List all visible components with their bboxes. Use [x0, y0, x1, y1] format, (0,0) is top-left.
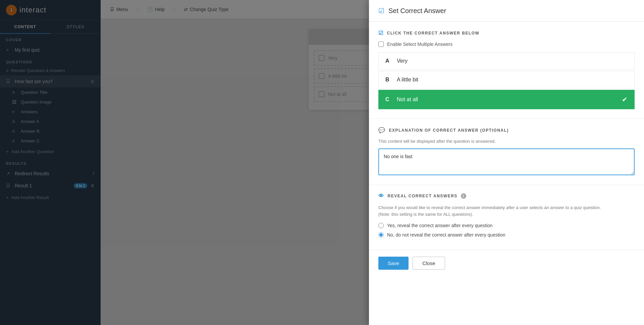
section3-icon: 👁 — [378, 193, 384, 199]
answer-letter-a: A — [385, 58, 392, 64]
checkmark-icon: ✔ — [622, 95, 628, 104]
enable-multiple-row: Enable Select Multiple Answers — [378, 42, 635, 47]
enable-multiple-checkbox[interactable] — [378, 42, 384, 47]
modal-header: ☑ Set Correct Answer — [369, 0, 644, 22]
close-button[interactable]: Close — [413, 257, 445, 270]
section1-title: CLICK THE CORRECT ANSWER BELOW — [387, 31, 480, 36]
section2-title: EXPLANATION OF CORRECT ANSWER (OPTIONAL) — [389, 128, 509, 133]
answer-option-b[interactable]: B A little bit — [378, 71, 635, 88]
section2-icon: 💬 — [378, 127, 386, 133]
radio-no-label: No, do not reveal the correct answer aft… — [387, 232, 505, 238]
info-icon[interactable]: i — [461, 193, 466, 199]
save-button[interactable]: Save — [378, 257, 409, 270]
section3-heading: 👁 REVEAL CORRECT ANSWERS i — [378, 193, 635, 199]
reveal-section: 👁 REVEAL CORRECT ANSWERS i Choose if you… — [369, 185, 644, 250]
enable-multiple-label[interactable]: Enable Select Multiple Answers — [387, 42, 452, 47]
modal-title: Set Correct Answer — [388, 7, 446, 15]
radio-no[interactable] — [378, 232, 384, 238]
reveal-desc: Choose if you would like to reveal the c… — [378, 204, 635, 217]
explanation-textarea[interactable]: No one is fast — [378, 148, 635, 175]
section1-heading: ☑ CLICK THE CORRECT ANSWER BELOW — [378, 30, 635, 36]
answer-text-b: A little bit — [397, 77, 418, 83]
answer-text-c: Not at all — [397, 96, 418, 103]
modal: ☑ Set Correct Answer ☑ CLICK THE CORRECT… — [369, 0, 644, 325]
explanation-desc: This content will be displayed after the… — [378, 139, 635, 144]
answer-letter-b: B — [385, 77, 392, 83]
section1-icon: ☑ — [378, 30, 384, 36]
answer-text-a: Very — [397, 58, 408, 64]
modal-overlay: ☑ Set Correct Answer ☑ CLICK THE CORRECT… — [0, 0, 644, 325]
click-correct-section: ☑ CLICK THE CORRECT ANSWER BELOW Enable … — [369, 22, 644, 119]
answer-option-a[interactable]: A Very — [378, 52, 635, 70]
radio-yes[interactable] — [378, 223, 384, 228]
radio-no-row[interactable]: No, do not reveal the correct answer aft… — [378, 232, 635, 238]
modal-header-icon: ☑ — [378, 7, 384, 15]
modal-footer: Save Close — [369, 250, 644, 276]
radio-yes-row[interactable]: Yes, reveal the correct answer after eve… — [378, 223, 635, 228]
section2-heading: 💬 EXPLANATION OF CORRECT ANSWER (OPTIONA… — [378, 127, 635, 133]
explanation-section: 💬 EXPLANATION OF CORRECT ANSWER (OPTIONA… — [369, 119, 644, 185]
section3-title: REVEAL CORRECT ANSWERS — [388, 194, 458, 198]
answer-option-c[interactable]: C Not at all ✔ — [378, 90, 635, 109]
answer-letter-c: C — [385, 96, 392, 103]
radio-yes-label: Yes, reveal the correct answer after eve… — [387, 223, 493, 228]
